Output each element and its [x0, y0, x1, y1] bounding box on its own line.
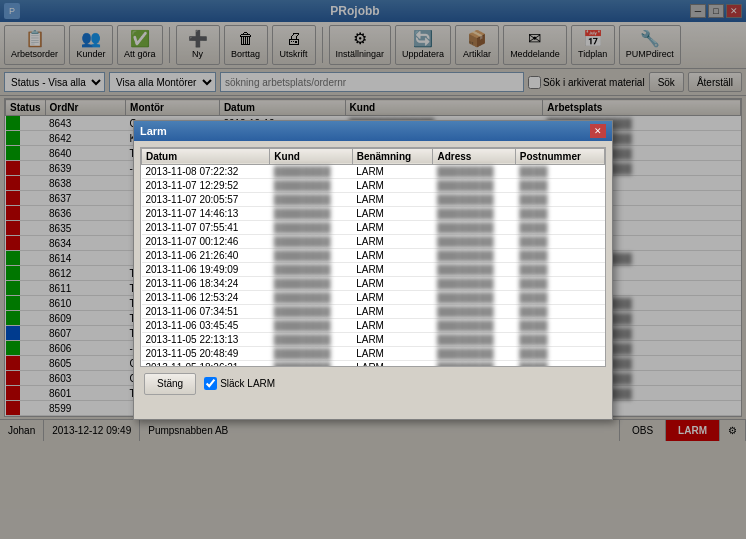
modal-cell-adress: ████████ [433, 248, 515, 262]
modal-cell-postnummer: ████ [515, 206, 604, 220]
modal-cell-postnummer: ████ [515, 234, 604, 248]
modal-cell-adress: ████████ [433, 346, 515, 360]
modal-cell-benamning: LARM [352, 318, 433, 332]
modal-title-bar: Larm ✕ [134, 121, 612, 141]
larm-modal: Larm ✕ DatumKundBenämningAdressPostnumme… [133, 120, 613, 420]
modal-cell-benamning: LARM [352, 234, 433, 248]
modal-cell-datum: 2013-11-07 12:29:52 [142, 178, 270, 192]
slack-larm-checkbox[interactable] [204, 377, 217, 390]
modal-cell-kund: ████████ [270, 248, 352, 262]
modal-table-row[interactable]: 2013-11-06 07:34:51████████LARM█████████… [142, 304, 605, 318]
modal-cell-kund: ████████ [270, 220, 352, 234]
modal-cell-adress: ████████ [433, 178, 515, 192]
modal-table-row[interactable]: 2013-11-05 20:48:49████████LARM█████████… [142, 346, 605, 360]
modal-cell-postnummer: ████ [515, 164, 604, 178]
modal-cell-postnummer: ████ [515, 304, 604, 318]
modal-cell-adress: ████████ [433, 332, 515, 346]
modal-cell-benamning: LARM [352, 304, 433, 318]
modal-cell-adress: ████████ [433, 234, 515, 248]
modal-cell-kund: ████████ [270, 290, 352, 304]
modal-cell-kund: ████████ [270, 304, 352, 318]
modal-cell-kund: ████████ [270, 178, 352, 192]
slack-larm-label[interactable]: Släck LARM [204, 377, 275, 390]
modal-table-row[interactable]: 2013-11-06 21:26:40████████LARM█████████… [142, 248, 605, 262]
modal-cell-postnummer: ████ [515, 332, 604, 346]
modal-cell-datum: 2013-11-07 00:12:46 [142, 234, 270, 248]
modal-cell-postnummer: ████ [515, 262, 604, 276]
modal-cell-postnummer: ████ [515, 276, 604, 290]
modal-footer: Stäng Släck LARM [140, 367, 606, 399]
modal-table-row[interactable]: 2013-11-06 18:34:24████████LARM█████████… [142, 276, 605, 290]
modal-cell-kund: ████████ [270, 346, 352, 360]
modal-cell-datum: 2013-11-07 14:46:13 [142, 206, 270, 220]
modal-content: DatumKundBenämningAdressPostnummer 2013-… [134, 141, 612, 405]
modal-table-row[interactable]: 2013-11-07 12:29:52████████LARM█████████… [142, 178, 605, 192]
modal-cell-benamning: LARM [352, 332, 433, 346]
modal-cell-adress: ████████ [433, 192, 515, 206]
modal-cell-adress: ████████ [433, 304, 515, 318]
modal-cell-kund: ████████ [270, 318, 352, 332]
modal-table-row[interactable]: 2013-11-07 07:55:41████████LARM█████████… [142, 220, 605, 234]
modal-cell-kund: ████████ [270, 234, 352, 248]
modal-cell-datum: 2013-11-07 07:55:41 [142, 220, 270, 234]
modal-cell-adress: ████████ [433, 290, 515, 304]
modal-cell-postnummer: ████ [515, 290, 604, 304]
modal-cell-benamning: LARM [352, 164, 433, 178]
modal-table-row[interactable]: 2013-11-07 00:12:46████████LARM█████████… [142, 234, 605, 248]
modal-col-kund: Kund [270, 148, 352, 164]
modal-overlay: Larm ✕ DatumKundBenämningAdressPostnumme… [0, 0, 746, 539]
modal-table-row[interactable]: 2013-11-06 19:49:09████████LARM█████████… [142, 262, 605, 276]
stang-button[interactable]: Stäng [144, 373, 196, 395]
modal-cell-adress: ████████ [433, 206, 515, 220]
modal-title: Larm [140, 125, 167, 137]
modal-cell-kund: ████████ [270, 206, 352, 220]
modal-cell-adress: ████████ [433, 318, 515, 332]
modal-table: DatumKundBenämningAdressPostnummer 2013-… [141, 148, 605, 367]
modal-cell-benamning: LARM [352, 192, 433, 206]
modal-cell-kund: ████████ [270, 192, 352, 206]
modal-cell-adress: ████████ [433, 276, 515, 290]
modal-cell-kund: ████████ [270, 262, 352, 276]
modal-cell-kund: ████████ [270, 164, 352, 178]
modal-table-row[interactable]: 2013-11-07 14:46:13████████LARM█████████… [142, 206, 605, 220]
modal-cell-postnummer: ████ [515, 346, 604, 360]
modal-cell-adress: ████████ [433, 220, 515, 234]
modal-cell-postnummer: ████ [515, 178, 604, 192]
modal-cell-benamning: LARM [352, 276, 433, 290]
modal-col-benämning: Benämning [352, 148, 433, 164]
modal-col-postnummer: Postnummer [515, 148, 604, 164]
modal-cell-postnummer: ████ [515, 192, 604, 206]
modal-cell-kund: ████████ [270, 332, 352, 346]
modal-cell-benamning: LARM [352, 346, 433, 360]
modal-table-row[interactable]: 2013-11-05 22:13:13████████LARM█████████… [142, 332, 605, 346]
modal-table-container: DatumKundBenämningAdressPostnummer 2013-… [140, 147, 606, 367]
modal-cell-benamning: LARM [352, 206, 433, 220]
modal-cell-postnummer: ████ [515, 318, 604, 332]
modal-cell-datum: 2013-11-06 07:34:51 [142, 304, 270, 318]
modal-cell-kund: ████████ [270, 276, 352, 290]
modal-cell-datum: 2013-11-08 07:22:32 [142, 164, 270, 178]
modal-cell-datum: 2013-11-07 20:05:57 [142, 192, 270, 206]
modal-cell-postnummer: ████ [515, 248, 604, 262]
modal-cell-adress: ████████ [433, 262, 515, 276]
modal-cell-datum: 2013-11-06 19:49:09 [142, 262, 270, 276]
modal-cell-benamning: LARM [352, 220, 433, 234]
modal-close-button[interactable]: ✕ [590, 124, 606, 138]
modal-table-row[interactable]: 2013-11-06 12:53:24████████LARM█████████… [142, 290, 605, 304]
modal-cell-benamning: LARM [352, 290, 433, 304]
modal-cell-datum: 2013-11-05 20:48:49 [142, 346, 270, 360]
modal-col-adress: Adress [433, 148, 515, 164]
modal-cell-benamning: LARM [352, 248, 433, 262]
modal-cell-datum: 2013-11-06 12:53:24 [142, 290, 270, 304]
modal-cell-datum: 2013-11-06 18:34:24 [142, 276, 270, 290]
modal-cell-adress: ████████ [433, 164, 515, 178]
modal-cell-benamning: LARM [352, 178, 433, 192]
modal-cell-datum: 2013-11-06 21:26:40 [142, 248, 270, 262]
modal-col-datum: Datum [142, 148, 270, 164]
modal-table-row[interactable]: 2013-11-06 03:45:45████████LARM█████████… [142, 318, 605, 332]
modal-cell-datum: 2013-11-05 22:13:13 [142, 332, 270, 346]
modal-cell-datum: 2013-11-06 03:45:45 [142, 318, 270, 332]
modal-cell-benamning: LARM [352, 262, 433, 276]
modal-table-row[interactable]: 2013-11-08 07:22:32████████LARM█████████… [142, 164, 605, 178]
modal-table-row[interactable]: 2013-11-07 20:05:57████████LARM█████████… [142, 192, 605, 206]
